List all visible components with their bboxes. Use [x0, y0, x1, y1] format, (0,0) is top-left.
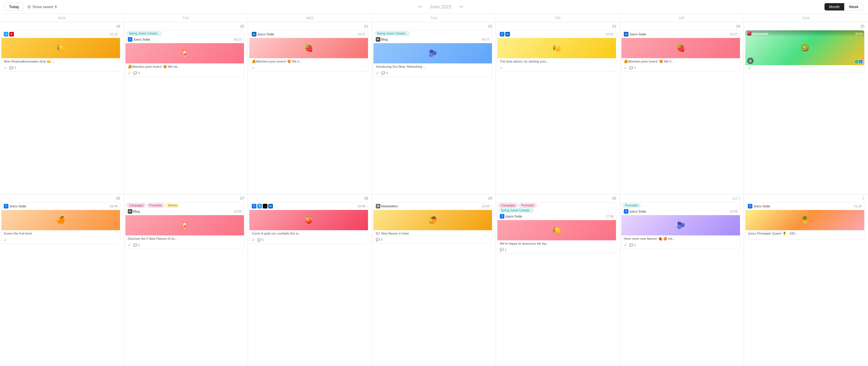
post-card-nl-29[interactable]: ✉ Newsletters 15:59 🥭 SJ: New flavour in… [373, 202, 492, 243]
card-header: f Jusco Soda 17:38 [497, 212, 616, 220]
card-time: 15:12 [110, 32, 118, 36]
account-name: Jusco Soda [753, 204, 770, 208]
ig-time: 16:44 [855, 32, 863, 35]
tag-promotion: Promotion [519, 203, 537, 208]
card-header: ✏ Blog 15:05 [125, 208, 244, 215]
card-footer: ✓ 💬 3 [125, 70, 244, 77]
post-card-fb-jul2[interactable]: f Jusco Soda 21:28 🍍 Jusco Pineapple Que… [745, 202, 865, 239]
show-saved[interactable]: ⊟ Show saved 9 [28, 5, 57, 9]
day-cell-23: 23 f in 10:50 🍋 The best advice: try sta… [496, 22, 620, 194]
card-header: f Jusco Soda 10:56 [621, 208, 740, 215]
card-text: New #tropicallemonades drop 🍋 ... [1, 58, 120, 65]
comment-count: 💬 1 [133, 243, 140, 247]
tag-promotion: Promotion [623, 203, 641, 208]
day-header-sat: SAT [620, 14, 744, 22]
prev-month-button[interactable]: ← [415, 3, 425, 11]
check-icon: ✓ [128, 243, 131, 247]
day-num-22: 22 [372, 24, 493, 28]
view-switcher: Month Week [824, 3, 863, 11]
card-image: 🍊 [1, 210, 120, 230]
post-card-promo-jul1[interactable]: Promotion f Jusco Soda 10:56 🫐 Here come… [621, 202, 740, 249]
tag-spring-campaign: Spring Juices Campai... [127, 31, 162, 36]
account-name: Jusco Soda [629, 32, 646, 36]
card-text: Jusco Pineapple Queen 🍍 - 100... [745, 230, 864, 237]
card-time: 16:27 [730, 32, 738, 36]
post-card-fb-tw-28[interactable]: f 𝕏 ♪ in 10:56 🍑 Come & grab our cocktai… [249, 202, 368, 244]
next-month-button[interactable]: → [456, 3, 466, 11]
card-image: 🍹 [125, 43, 244, 63]
check-icon: ✓ [252, 66, 255, 70]
card-time: 15:59 [482, 204, 490, 208]
card-image: 🍋 [497, 220, 616, 240]
card-text: Discover the 5 New Flavors of Ju... [125, 235, 244, 242]
tag-articles: Articles [165, 203, 180, 208]
account-name: Jusco Soda [133, 38, 150, 41]
post-card-ig-25[interactable]: 🥝 📷 juscosodas 16:44 ✓ L [745, 30, 865, 72]
platform-icons: ✏ Blog [376, 37, 388, 42]
day-cell-22: 22 Spring Juices Campai... ✏ Blog 16:27 … [372, 22, 496, 194]
tiktok-icon: ♪ [263, 204, 268, 208]
post-card-fb-li-23[interactable]: f in 10:50 🍋 The best advice: try starti… [497, 30, 616, 72]
tag-spring: Spring Juices Campai... [375, 31, 410, 36]
card-text: The best advice: try starting your... [497, 58, 616, 65]
account-name: Jusco Soda [629, 210, 646, 213]
card-time: 21:28 [854, 204, 862, 208]
tag-row: Spring Juices Campai... [125, 30, 244, 36]
card-text: Guess the fruit time! [1, 230, 120, 237]
post-card-blog-22[interactable]: Spring Juices Campai... ✏ Blog 16:27 🫐 I… [373, 30, 492, 77]
post-card-li-24[interactable]: in Jusco Soda 16:27 🍓 🍊Attention juice l… [621, 30, 740, 72]
linkedin-icon: in [268, 204, 273, 208]
card-header: f Jusco Soda 16:04 [1, 202, 120, 210]
comment-count: 💬 3 [376, 238, 382, 241]
day-header-thu: THU [372, 14, 496, 22]
card-header: f in 10:50 [497, 30, 616, 38]
card-image: 🥝 📷 juscosodas 16:44 ✓ L [745, 30, 864, 65]
day-cell-30: 30 Campaigns Promotion Spring Juices Cam… [496, 194, 620, 366]
platform-icons: ✉ Newsletters [376, 204, 398, 208]
card-footer: ✓ 💬 3 [373, 70, 492, 77]
week-view-button[interactable]: Week [844, 3, 863, 10]
day-num-27: 27 [124, 196, 245, 200]
day-cell-29: 29 ✉ Newsletters 15:59 🥭 SJ: New flavour… [372, 194, 496, 366]
card-header: in Jusco Soda 16:27 [249, 30, 368, 38]
post-card-tw-pi-19[interactable]: 𝕏 P 15:12 🍋 New #tropicallemonades drop … [1, 30, 120, 72]
card-header: f 𝕏 ♪ in 10:56 [249, 202, 368, 210]
platform-icons: in Jusco Soda [252, 32, 274, 36]
post-card-fb-26[interactable]: f Jusco Soda 16:04 🍊 Guess the fruit tim… [1, 202, 120, 244]
post-card-li-21[interactable]: in Jusco Soda 16:27 🍓 🍊Attention juice l… [249, 30, 368, 72]
platform-icons: f 𝕏 ♪ in [252, 204, 273, 208]
comment-count: 💬 1 [629, 66, 636, 70]
card-image: 🍓 [249, 38, 368, 58]
check-icon: ✓ [624, 66, 627, 70]
day-num-23: 23 [496, 24, 617, 28]
today-button[interactable]: Today [5, 3, 24, 11]
day-cell-27: 27 Campaigns Promotion Articles ✏ Blog 1… [124, 194, 248, 366]
day-cell-21: 21 in Jusco Soda 16:27 🍓 🍊Attention juic… [248, 22, 372, 194]
month-view-button[interactable]: Month [825, 3, 844, 10]
account-name: Jusco Soda [257, 32, 274, 36]
day-header-mon: MON [0, 14, 124, 22]
tag-row: Spring Juices Campai... [373, 30, 492, 36]
card-footer: ✓ [249, 65, 368, 71]
check-icon: ✓ [500, 66, 503, 70]
day-cell-jul2: 2 f Jusco Soda 21:28 🍍 Jusco Pineapple Q… [744, 194, 868, 366]
card-image: 🍹 [125, 215, 244, 235]
day-num-25: 25 [744, 24, 866, 28]
post-card-fb-20[interactable]: Spring Juices Campai... f Jusco Soda 16:… [125, 30, 244, 77]
day-num-29: 29 [372, 196, 493, 200]
check-icon: ✓ [748, 66, 751, 71]
linkedin-icon: in [505, 32, 510, 36]
day-header-wed: WED [248, 14, 372, 22]
tag-campaigns: Campaigns [127, 203, 146, 208]
platform-icons: in Jusco Soda [624, 32, 646, 36]
card-time: 16:04 [110, 204, 118, 208]
platform-icons: f in [500, 32, 510, 36]
platform-icons: f Jusco Soda [624, 209, 646, 214]
post-card-multi-30[interactable]: Campaigns Promotion Spring Juices Campai… [497, 202, 616, 253]
bookmark-icon: ⊟ [28, 5, 31, 9]
instagram-icon: 📷 [747, 32, 751, 36]
card-footer: 💬 1 [497, 247, 616, 253]
card-footer: ✓ [497, 65, 616, 71]
post-card-multi-27[interactable]: Campaigns Promotion Articles ✏ Blog 15:0… [125, 202, 244, 249]
card-text: 🍊Attention juice lovers! 🤩 We h... [249, 58, 368, 65]
